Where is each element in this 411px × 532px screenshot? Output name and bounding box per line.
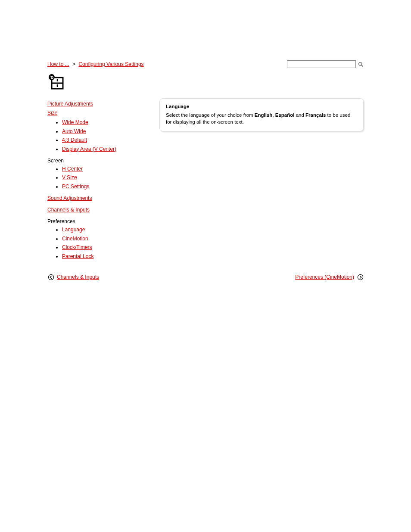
breadcrumb: How to ... > Configuring Various Setting…	[47, 61, 144, 67]
sidebar-label-preferences: Preferences	[47, 218, 142, 224]
sidebar-link-43-default[interactable]: 4:3 Default	[62, 137, 87, 143]
list-item: H Center	[62, 165, 142, 173]
list-item: Parental Lock	[62, 252, 142, 261]
search-input[interactable]	[287, 60, 356, 68]
list-item: Wide Mode	[62, 118, 142, 127]
sidebar-link-size[interactable]: Size	[47, 109, 142, 117]
sidebar-link-v-size[interactable]: V Size	[62, 174, 77, 180]
list-item: Display Area (V Center)	[62, 145, 142, 153]
breadcrumb-link-howto[interactable]: How to ...	[47, 61, 69, 67]
list-item: Clock/Timers	[62, 243, 142, 252]
sidebar-link-picture-adjustments[interactable]: Picture Adjustments	[47, 100, 142, 108]
sidebar-link-wide-mode[interactable]: Wide Mode	[62, 119, 88, 125]
list-item: CineMotion	[62, 234, 142, 243]
svg-point-10	[358, 274, 363, 280]
list-item: Auto Wide	[62, 127, 142, 136]
svg-point-9	[48, 274, 53, 280]
list-item: 4:3 Default	[62, 136, 142, 144]
sidebar-list-size: Wide Mode Auto Wide 4:3 Default Display …	[47, 118, 142, 153]
svg-line-1	[361, 65, 363, 66]
sidebar-link-parental-lock[interactable]: Parental Lock	[62, 253, 93, 259]
sidebar-link-sound-adjustments[interactable]: Sound Adjustments	[47, 194, 142, 202]
pager-next[interactable]: Preferences (CineMotion)	[295, 274, 364, 280]
main-content: Language Select the language of your cho…	[159, 96, 364, 131]
sidebar-link-h-center[interactable]: H Center	[62, 166, 83, 172]
pager-next-link[interactable]: Preferences (CineMotion)	[295, 274, 354, 280]
arrow-right-icon	[357, 274, 364, 280]
breadcrumb-separator: >	[72, 61, 75, 67]
sidebar-list-screen: H Center V Size PC Settings	[47, 165, 142, 191]
sidebar-label-screen: Screen	[47, 158, 142, 164]
sidebar-link-display-area[interactable]: Display Area (V Center)	[62, 146, 116, 152]
sidebar-link-pc-settings[interactable]: PC Settings	[62, 184, 89, 190]
sidebar-link-channels-inputs[interactable]: Channels & Inputs	[47, 206, 142, 214]
arrow-left-icon	[47, 274, 54, 280]
list-item: Language	[62, 225, 142, 234]
info-box-body: Select the language of your choice from …	[166, 112, 357, 126]
info-box-language: Language Select the language of your cho…	[159, 98, 364, 131]
search-box	[287, 60, 364, 68]
list-item: V Size	[62, 173, 142, 182]
info-box-title: Language	[166, 103, 357, 110]
sidebar-nav: Picture Adjustments Size Wide Mode Auto …	[47, 96, 142, 263]
settings-drawer-icon	[47, 73, 364, 91]
sidebar-link-cinemotion[interactable]: CineMotion	[62, 236, 88, 242]
sidebar-link-language[interactable]: Language	[62, 227, 85, 233]
search-icon[interactable]	[358, 61, 364, 67]
pager: Channels & Inputs Preferences (CineMotio…	[47, 274, 364, 280]
pager-prev-link[interactable]: Channels & Inputs	[57, 274, 99, 280]
pager-prev[interactable]: Channels & Inputs	[47, 274, 99, 280]
sidebar-list-preferences: Language CineMotion Clock/Timers Parenta…	[47, 225, 142, 261]
sidebar-link-clock-timers[interactable]: Clock/Timers	[62, 244, 92, 250]
sidebar-link-auto-wide[interactable]: Auto Wide	[62, 128, 86, 134]
list-item: PC Settings	[62, 182, 142, 191]
breadcrumb-link-config[interactable]: Configuring Various Settings	[78, 61, 143, 67]
